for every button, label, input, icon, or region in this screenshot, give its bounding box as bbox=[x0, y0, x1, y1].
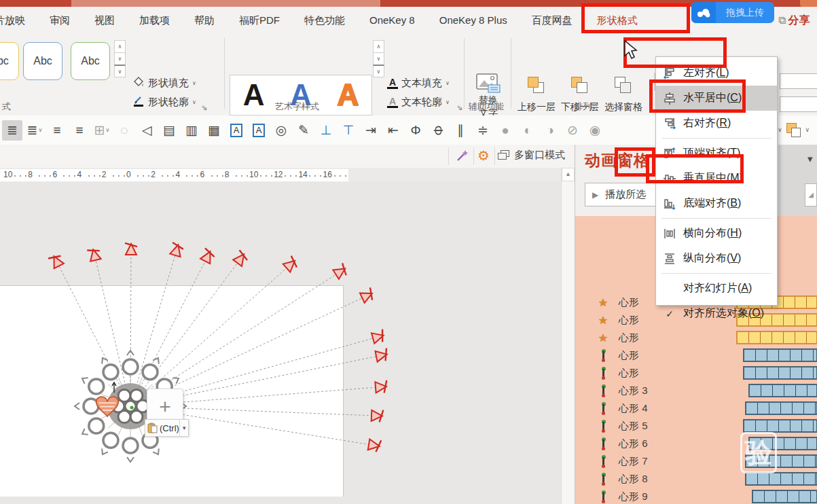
vertical-scrollbar[interactable]: ▲ bbox=[561, 168, 575, 504]
table-borders-icon[interactable]: ⊞∨ bbox=[92, 120, 112, 141]
pane-mini-button[interactable]: ◢ bbox=[805, 183, 817, 206]
gallery-scroll[interactable]: ∧∨∨ bbox=[114, 41, 126, 77]
menu-item-底端对齐[interactable]: 底端对齐(B) bbox=[656, 191, 777, 216]
menu-item-视图[interactable]: 视图 bbox=[94, 14, 115, 27]
dist-v-icon bbox=[663, 253, 676, 265]
motion-path-icon bbox=[596, 384, 611, 397]
distribute-vertical-icon[interactable]: ≑ bbox=[473, 120, 493, 141]
shape-style-thumb[interactable]: Abc bbox=[0, 42, 19, 80]
width-input[interactable] bbox=[780, 96, 817, 112]
wordart-scroll[interactable]: ∧∨∨ bbox=[373, 41, 384, 77]
bring-forward-icon[interactable] bbox=[785, 122, 803, 139]
motion-path-arrow bbox=[87, 247, 101, 262]
share-button[interactable]: ⧉分享 bbox=[778, 14, 810, 28]
merge-intersect-icon[interactable]: ⊘ bbox=[562, 120, 583, 141]
menu-separator bbox=[661, 138, 771, 139]
align-top-icon[interactable]: ⊤ bbox=[338, 120, 359, 141]
plus-label: + bbox=[159, 395, 171, 418]
menu-item-福昕PDF[interactable]: 福昕PDF bbox=[239, 14, 280, 27]
menu-item-帮助[interactable]: 帮助 bbox=[194, 14, 215, 27]
align-right-icon[interactable]: ⇥ bbox=[361, 120, 381, 141]
wordart-style-orange[interactable]: A bbox=[337, 80, 359, 110]
menu-item-OneKey 8 Plus[interactable]: OneKey 8 Plus bbox=[439, 14, 507, 27]
ruler-tick bbox=[236, 175, 237, 177]
scroll-up-icon[interactable]: ▲ bbox=[562, 168, 575, 181]
title-part1: 动画 bbox=[585, 151, 617, 169]
separator bbox=[448, 147, 449, 165]
timeline-bar bbox=[748, 384, 817, 397]
shape-outline-button[interactable]: 形状轮廓∨ bbox=[133, 92, 196, 111]
text-outline-button[interactable]: A文本轮廓∨ bbox=[387, 92, 450, 111]
pen-outline-icon bbox=[133, 95, 145, 109]
text-direction-icon[interactable]: A bbox=[249, 120, 269, 141]
shape-combine-icon[interactable]: ◎ bbox=[271, 120, 291, 141]
menu-item-横向分布[interactable]: 横向分布(H) bbox=[656, 221, 777, 246]
menu-item-加载项[interactable]: 加载项 bbox=[139, 14, 170, 27]
menu-item-水平居中[interactable]: 水平居中(C) bbox=[656, 86, 777, 111]
paste-options-button[interactable]: (Ctrl) ▾ bbox=[145, 419, 189, 437]
ruler-tick bbox=[88, 175, 90, 177]
ruler-number: 8 bbox=[28, 170, 33, 179]
menu-item-label: 垂直居中(M) bbox=[683, 171, 743, 185]
align-bottom-icon[interactable]: ⊥ bbox=[316, 120, 336, 141]
ruler-tick bbox=[63, 175, 65, 177]
paste-options-dropdown-icon[interactable]: ▾ bbox=[179, 420, 189, 436]
textbox-bottom-icon[interactable]: ▥ bbox=[181, 120, 202, 141]
align-text-right-icon[interactable]: ≡ bbox=[69, 120, 90, 141]
menu-item-对齐幻灯片[interactable]: 对齐幻灯片(A) bbox=[656, 276, 777, 301]
merge-fragment-icon[interactable]: ◑ bbox=[540, 120, 560, 141]
multi-window-mode-button[interactable]: 多窗口模式 bbox=[498, 149, 565, 162]
merge-combine-icon[interactable]: ◐ bbox=[518, 120, 538, 141]
justify-icon[interactable]: ≣ bbox=[2, 120, 22, 141]
wordart-style-black[interactable]: A bbox=[243, 80, 265, 110]
menu-item-左对齐[interactable]: 左对齐(L) bbox=[656, 60, 777, 86]
shape-style-thumb[interactable]: Abc bbox=[23, 42, 62, 80]
menu-item-右对齐[interactable]: 右对齐(R) bbox=[656, 111, 777, 136]
animation-item-label: 心形 bbox=[619, 296, 639, 309]
menu-item-纵向分布[interactable]: 纵向分布(V) bbox=[656, 246, 777, 271]
menu-item-审阅[interactable]: 审阅 bbox=[50, 14, 70, 27]
menu-item-片放映[interactable]: 片放映 bbox=[0, 14, 25, 27]
center-vertical-icon[interactable]: Φ bbox=[428, 120, 448, 141]
merge-union-icon[interactable]: ● bbox=[495, 120, 515, 141]
motion-path-icon bbox=[596, 402, 611, 414]
align-text-left-icon[interactable]: ≡ bbox=[47, 120, 67, 141]
align-left-icon[interactable]: ⇤ bbox=[383, 120, 403, 141]
shape-fill-button[interactable]: 形状填充∨ bbox=[133, 73, 196, 92]
height-input[interactable] bbox=[780, 73, 817, 89]
menu-item-垂直居中[interactable]: 垂直居中(M) bbox=[656, 166, 777, 191]
menu-item-特色功能[interactable]: 特色功能 bbox=[304, 14, 345, 27]
slide-canvas[interactable]: + (Ctrl) ▾ bbox=[0, 182, 561, 504]
menu-item-顶端对齐[interactable]: 顶端对齐(T) bbox=[656, 141, 777, 166]
ruler-number: 0 bbox=[126, 170, 131, 179]
ruler-tick bbox=[340, 175, 341, 177]
menu-item-OneKey 8[interactable]: OneKey 8 bbox=[369, 14, 415, 27]
freeform-select-icon[interactable]: ◌ bbox=[114, 120, 134, 141]
flip-shape-icon[interactable]: ◁ bbox=[137, 120, 157, 141]
gear-icon[interactable]: ⚙ bbox=[477, 147, 490, 164]
center-horizontal-icon[interactable]: Φ bbox=[405, 120, 426, 141]
merge-subtract-icon[interactable]: ◉ bbox=[585, 120, 605, 141]
pane-collapse-icon[interactable]: ▾ bbox=[807, 153, 813, 165]
menu-item-形状格式[interactable]: 形状格式 bbox=[597, 14, 638, 27]
chevron-down-icon[interactable]: ∨ bbox=[805, 126, 810, 133]
text-fill-button[interactable]: A文本填充∨ bbox=[387, 73, 450, 92]
menu-item-百度网盘[interactable]: 百度网盘 bbox=[532, 14, 573, 27]
magic-wand-icon[interactable] bbox=[455, 148, 470, 166]
text-frame-icon[interactable]: A bbox=[226, 120, 247, 141]
baidu-upload-button[interactable]: 拖拽上传 bbox=[691, 2, 774, 23]
dialog-launcher-icon[interactable]: ⇘ bbox=[201, 103, 207, 112]
ruler-tick bbox=[266, 175, 267, 177]
thumb-label: Abc bbox=[0, 55, 9, 67]
dialog-launcher-icon[interactable]: ⇘ bbox=[456, 103, 462, 112]
textbox-middle-icon[interactable]: ▤ bbox=[159, 120, 179, 141]
chevron-down-icon[interactable]: ∨ bbox=[778, 126, 782, 133]
line-spacing-icon[interactable]: ≣∨ bbox=[24, 120, 45, 141]
shape-style-thumb[interactable]: Abc bbox=[71, 42, 110, 80]
distribute-horizontal-icon[interactable]: ∥ bbox=[450, 120, 471, 141]
thumb-label: Abc bbox=[81, 55, 100, 67]
edit-shape-icon[interactable]: ✎ bbox=[293, 120, 314, 141]
menu-item-对齐所选对象[interactable]: ✓对齐所选对象(O) bbox=[656, 301, 777, 326]
ruler-tick bbox=[241, 175, 242, 177]
textbox-top-icon[interactable]: ▦ bbox=[204, 120, 224, 141]
